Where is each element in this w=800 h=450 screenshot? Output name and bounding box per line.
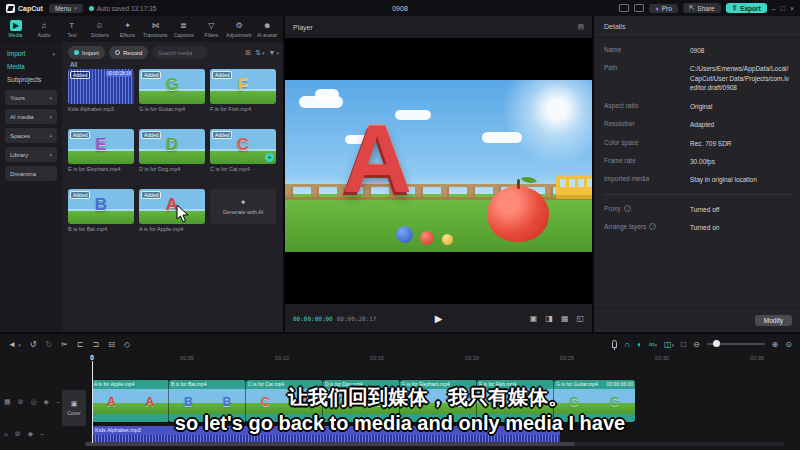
fullscreen-icon[interactable]: ◱ <box>576 314 584 323</box>
track-mode-icon[interactable]: ◫▾ <box>664 340 674 349</box>
redo-button[interactable]: ↻ <box>45 340 52 349</box>
detail-value: Rec. 709 SDR <box>690 139 732 148</box>
search-input[interactable] <box>152 46 208 59</box>
ruler-label: 00:25 <box>560 355 574 361</box>
delete-button[interactable]: ⊟ <box>108 340 115 349</box>
media-item-a[interactable]: A Added <box>139 189 205 224</box>
sidebar-item-yours[interactable]: Yours ▾ <box>5 90 57 105</box>
left-panel: ▶ Media ♫ Audio T Text ☺ Stickers ✦ Effe… <box>0 16 283 332</box>
select-tool[interactable]: ◄ ▾ <box>8 340 21 349</box>
media-item-g[interactable]: G Added <box>139 69 205 104</box>
info-icon[interactable]: i <box>649 223 656 230</box>
detail-row: Imported media Stay in original location <box>604 175 792 184</box>
player-controls: 00:00:00:00 00:00:28:17 ▶ ▣ ◨ ▦ ◱ <box>285 304 592 332</box>
player-options-icon[interactable]: ▤ <box>577 23 584 31</box>
media-item-audio[interactable]: Added 00:00:28:18 <box>68 69 134 104</box>
delete-left-button[interactable]: ⊏ <box>77 340 84 349</box>
import-button[interactable]: Import <box>68 46 105 59</box>
undo-button[interactable]: ↺ <box>30 340 37 349</box>
fence <box>285 184 592 200</box>
pro-button[interactable]: ♦ Pro <box>649 4 677 13</box>
share-button[interactable]: ⇱ Share <box>683 3 721 13</box>
titlebar: CapCut Menu ▾ Auto saved 13:17:35 0908 ♦… <box>0 0 800 16</box>
tab-audio[interactable]: ♫ Audio <box>30 20 58 38</box>
apple <box>487 186 549 242</box>
tab-media[interactable]: ▶ Media <box>2 20 30 38</box>
link-icon[interactable]: ∞▾ <box>649 340 657 349</box>
sidebar-label: Media <box>7 63 25 70</box>
zoom-out-icon[interactable]: ⊖ <box>693 340 700 349</box>
pro-label: Pro <box>662 5 672 12</box>
layout-toggle-icon[interactable] <box>619 4 629 12</box>
keyframe-button[interactable]: ◇ <box>124 340 130 349</box>
snap-glyph: ◫ <box>664 340 672 349</box>
mirror-preview-icon[interactable]: ◨ <box>545 314 553 323</box>
sidebar-item-media[interactable]: Media <box>5 60 57 73</box>
media-section-label: All <box>70 61 77 68</box>
filter-dropdown[interactable]: ▼ ▾ <box>269 49 279 56</box>
duration-label: 00:00:28:18 <box>106 71 132 77</box>
snapshot-icon[interactable]: ▣ <box>530 314 538 323</box>
info-icon[interactable]: i <box>624 205 631 212</box>
record-voiceover-icon[interactable] <box>612 340 617 348</box>
ratio-icon[interactable]: ▦ <box>561 314 569 323</box>
grid-view-icon[interactable]: ⊞ <box>245 49 251 57</box>
tab-ai-avatar[interactable]: ☻ AI avatar <box>253 20 281 38</box>
player-stage[interactable]: A <box>285 38 592 304</box>
zoom-in-icon[interactable]: ⊕ <box>772 340 779 349</box>
menu-button[interactable]: Menu ▾ <box>49 4 83 13</box>
tab-effects[interactable]: ✦ Effects <box>114 20 142 38</box>
modify-button[interactable]: Modify <box>755 315 792 326</box>
video-preview: A <box>285 80 592 252</box>
media-item-b[interactable]: B Added <box>68 189 134 224</box>
split-button[interactable]: ✂ <box>61 340 68 349</box>
chevron-down-icon: ▾ <box>49 95 52 101</box>
layout-preset-icon[interactable] <box>634 4 644 12</box>
media-item-name: A is for Apple.mp4 <box>139 226 205 232</box>
close-button[interactable]: × <box>790 5 794 12</box>
export-button[interactable]: ⇧ Export <box>726 3 767 13</box>
sidebar-item-spaces[interactable]: Spaces ▾ <box>5 128 57 143</box>
maximize-button[interactable]: □ <box>781 5 785 12</box>
timeline-ruler[interactable]: 0 00:05 00:10 00:15 00:20 00:25 00:30 00… <box>0 354 800 364</box>
sidebar-item-import[interactable]: Import ▾ <box>5 47 57 60</box>
text-icon: T <box>66 20 78 31</box>
detail-label: Color space <box>604 139 690 148</box>
sidebar-item-subprojects[interactable]: Subprojects <box>5 73 57 86</box>
add-to-timeline-button[interactable]: + <box>265 153 274 162</box>
details-title: Details <box>594 16 800 38</box>
tab-filters[interactable]: ▽ Filters <box>197 20 225 38</box>
auto-snap-icon[interactable]: ◐ <box>637 340 642 349</box>
tab-captions[interactable]: ≣ Captions <box>169 20 197 38</box>
detail-value: Turned on <box>690 223 719 232</box>
minimize-button[interactable]: – <box>772 5 776 12</box>
preview-frame-icon[interactable]: □ <box>681 340 686 349</box>
delete-right-button[interactable]: ⊐ <box>92 340 99 349</box>
tab-adjustment[interactable]: ⚙ Adjustment <box>225 20 253 38</box>
tab-stickers[interactable]: ☺ Stickers <box>86 20 114 38</box>
sidebar-label: Spaces <box>10 133 30 139</box>
detail-value: C:/Users/Emenws/AppData/Local/CapCut/Use… <box>690 64 792 92</box>
timeline-scrollbar[interactable] <box>85 442 785 446</box>
sidebar-item-dreamina[interactable]: Dreamina <box>5 166 57 181</box>
tab-transitions[interactable]: ⋈ Transitions <box>142 20 170 38</box>
tab-text[interactable]: T Text <box>58 20 86 38</box>
media-item-d[interactable]: D Added <box>139 129 205 164</box>
media-item-name: G is for Guitar.mp4 <box>139 106 205 112</box>
sidebar-item-library[interactable]: Library ▾ <box>5 147 57 162</box>
play-button[interactable]: ▶ <box>435 313 443 324</box>
media-item-f[interactable]: F Added <box>210 69 276 104</box>
magnet-icon[interactable]: ∩ <box>624 340 630 349</box>
ai-avatar-icon: ☻ <box>261 20 273 31</box>
sort-dropdown[interactable]: ⇅ ▾ <box>255 49 264 57</box>
timeline-adjust-icon[interactable]: ⊙ <box>785 340 792 349</box>
sidebar-item-ai-media[interactable]: AI media ▾ <box>5 109 57 124</box>
timeline-zoom-slider[interactable] <box>707 343 765 345</box>
media-item-e[interactable]: E Added <box>68 129 134 164</box>
media-item-c[interactable]: C Added + <box>210 129 276 164</box>
generate-with-ai-button[interactable]: ✦ Generate with AI <box>210 189 276 224</box>
autosave-dot-icon <box>89 6 94 11</box>
sparkle-icon: ✦ <box>240 198 247 207</box>
cursor-icon: ◄ <box>8 340 16 349</box>
record-button[interactable]: Record <box>109 46 148 59</box>
